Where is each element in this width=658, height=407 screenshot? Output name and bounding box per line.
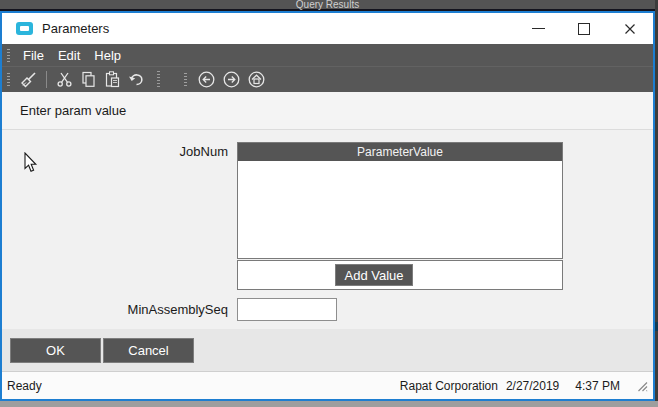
menu-file[interactable]: File <box>17 48 50 63</box>
menu-help[interactable]: Help <box>88 48 127 63</box>
back-icon <box>198 71 215 88</box>
background-window-titlebar: Query Results <box>0 0 655 11</box>
status-text: Ready <box>7 379 42 393</box>
home-icon <box>248 71 265 88</box>
add-value-button[interactable]: Add Value <box>335 264 413 286</box>
clear-broom-button[interactable] <box>17 71 41 88</box>
parameter-value-grid[interactable]: ParameterValue <box>237 142 563 259</box>
status-company: Rapat Corporation <box>400 379 498 393</box>
paste-button[interactable] <box>100 71 124 88</box>
status-time: 4:37 PM <box>575 379 620 393</box>
toolbar-grip[interactable] <box>7 73 10 86</box>
window-controls <box>515 13 653 44</box>
cancel-button[interactable]: Cancel <box>103 338 194 363</box>
jobnum-label: JobNum <box>2 144 228 159</box>
home-button[interactable] <box>244 71 269 88</box>
back-button[interactable] <box>194 71 219 88</box>
parameters-dialog: Parameters File Edit Help <box>0 11 655 401</box>
app-icon <box>16 22 33 35</box>
maximize-icon <box>578 23 590 35</box>
toolbar-dotted-separator <box>157 71 160 88</box>
status-bar: Ready Rapat Corporation 2/27/2019 4:37 P… <box>2 371 653 399</box>
cut-scissors-icon <box>56 71 73 88</box>
add-value-row: Add Value <box>237 260 563 290</box>
status-right: Rapat Corporation 2/27/2019 4:37 PM <box>400 379 648 393</box>
status-date: 2/27/2019 <box>506 379 559 393</box>
toolbar <box>2 66 653 92</box>
forward-icon <box>223 71 240 88</box>
minimize-icon <box>532 28 545 29</box>
dialog-title: Parameters <box>42 21 109 36</box>
copy-icon <box>80 71 97 88</box>
grid-header-parametervalue[interactable]: ParameterValue <box>238 143 562 161</box>
undo-button[interactable] <box>124 71 148 88</box>
clear-broom-icon <box>20 71 38 88</box>
grid-body[interactable] <box>238 161 562 258</box>
close-button[interactable] <box>607 13 653 44</box>
ok-button[interactable]: OK <box>10 338 101 363</box>
menubar-grip[interactable] <box>7 49 10 62</box>
dialog-titlebar: Parameters <box>2 13 653 44</box>
menu-bar: File Edit Help <box>2 44 653 66</box>
minimize-button[interactable] <box>515 13 561 44</box>
resize-grip-icon[interactable] <box>636 380 648 392</box>
menu-edit[interactable]: Edit <box>52 48 86 63</box>
cut-button[interactable] <box>52 71 76 88</box>
background-window-title: Query Results <box>296 0 359 10</box>
dialog-content: JobNum ParameterValue Add Value MinAssem… <box>2 130 653 329</box>
paste-icon <box>104 71 121 88</box>
maximize-button[interactable] <box>561 13 607 44</box>
toolbar-separator <box>46 71 47 88</box>
info-text: Enter param value <box>20 103 126 118</box>
minassemblyseq-label: MinAssemblySeq <box>2 302 228 317</box>
forward-button[interactable] <box>219 71 244 88</box>
nav-toolbar-grip[interactable] <box>184 73 187 86</box>
close-icon <box>624 23 636 35</box>
action-band: OK Cancel <box>2 329 653 371</box>
copy-button[interactable] <box>76 71 100 88</box>
undo-icon <box>128 71 145 88</box>
info-band: Enter param value <box>2 92 653 130</box>
minassemblyseq-input[interactable] <box>237 298 337 321</box>
